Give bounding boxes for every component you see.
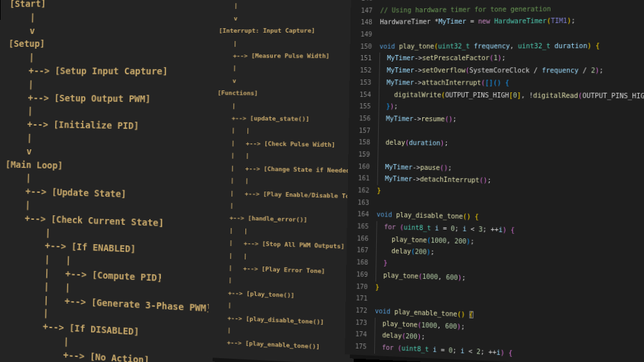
code-text: MyTimer->setOverflow(SystemCoreClock / f… — [379, 65, 644, 78]
line-number: 161 — [348, 172, 370, 185]
flow-line: | — [7, 78, 233, 93]
code-editor-window[interactable]: 146147// Using hardware timer for tone g… — [345, 0, 644, 362]
line-number: 147 — [351, 4, 372, 17]
code-line: 148HardwareTimer *MyTimer = new Hardware… — [351, 15, 644, 29]
flowchart-window-main-loop[interactable]: [Start] | v[Setup] | +--> [Setup Input C… — [0, 0, 236, 362]
line-number: 162 — [347, 185, 369, 197]
code-line: 153 MyTimer->attachInterrupt([]() { — [349, 77, 644, 90]
flow-line: | — [8, 51, 235, 65]
code-text: MyTimer->setPrescaleFactor(1); — [379, 53, 644, 65]
line-number: 164 — [347, 208, 369, 221]
line-number: 175 — [345, 340, 367, 353]
code-line: 149 — [351, 27, 644, 41]
line-number: 153 — [349, 77, 371, 89]
code-line: 151 MyTimer->setPrescaleFactor(1); — [350, 53, 644, 65]
flow-line: v — [9, 23, 235, 38]
code-line: 152 MyTimer->setOverflow(SystemCoreClock… — [350, 65, 644, 78]
line-number: 160 — [348, 161, 370, 173]
code-line: 150void play_tone(uint32_t frequency, ui… — [350, 40, 644, 53]
flow-line: +--> [Measure Pulse Width] — [219, 49, 361, 62]
flow-line: | — [219, 37, 361, 50]
line-number: 158 — [349, 136, 370, 149]
flow-line: [Setup] — [8, 37, 235, 51]
line-number: 166 — [347, 233, 368, 245]
flow-line: | — [9, 9, 235, 24]
line-number: 149 — [351, 29, 372, 41]
line-number: 171 — [345, 292, 367, 305]
line-number: 155 — [349, 101, 371, 113]
line-number: 167 — [347, 244, 368, 257]
line-number: 148 — [351, 17, 372, 29]
desktop-background: [Start] | v[Setup] | +--> [Setup Input C… — [0, 0, 644, 362]
line-number: 159 — [348, 149, 370, 161]
line-number: 170 — [346, 280, 368, 293]
flow-line: | — [219, 0, 361, 12]
code-text — [379, 27, 644, 40]
flow-line: +--> [Setup Input Capture] — [8, 64, 234, 79]
line-number: 174 — [345, 328, 367, 341]
line-number: 151 — [350, 53, 372, 65]
flow-line: v — [218, 74, 360, 88]
line-number: 157 — [349, 125, 370, 137]
line-number: 156 — [349, 113, 370, 125]
line-number: 168 — [346, 256, 368, 269]
flow-line: v — [219, 12, 361, 24]
line-number: 165 — [347, 220, 368, 233]
code-text: HardwareTimer *MyTimer = new HardwareTim… — [380, 15, 644, 29]
line-number: 169 — [346, 268, 368, 281]
code-text: void play_tone(uint32_t frequency, uint3… — [379, 40, 644, 53]
line-number: 163 — [347, 197, 369, 209]
line-number: 173 — [345, 317, 367, 329]
line-number: 152 — [350, 65, 372, 77]
line-number: 154 — [349, 89, 371, 101]
flowchart-window-functions[interactable]: +--> [ ... ] | v[Interrupt: Input Captur… — [208, 0, 362, 362]
line-number: 150 — [350, 41, 372, 53]
flow-line: [Functions] — [217, 86, 359, 101]
code-text: MyTimer->attachInterrupt([]() { — [379, 77, 644, 90]
flow-line: | — [218, 62, 360, 75]
flow-line: +--> [Setup Output PWM] — [7, 91, 233, 107]
line-number: 172 — [345, 304, 367, 317]
flow-line: | — [217, 99, 359, 113]
flow-line: [Interrupt: Input Capture] — [219, 24, 361, 37]
